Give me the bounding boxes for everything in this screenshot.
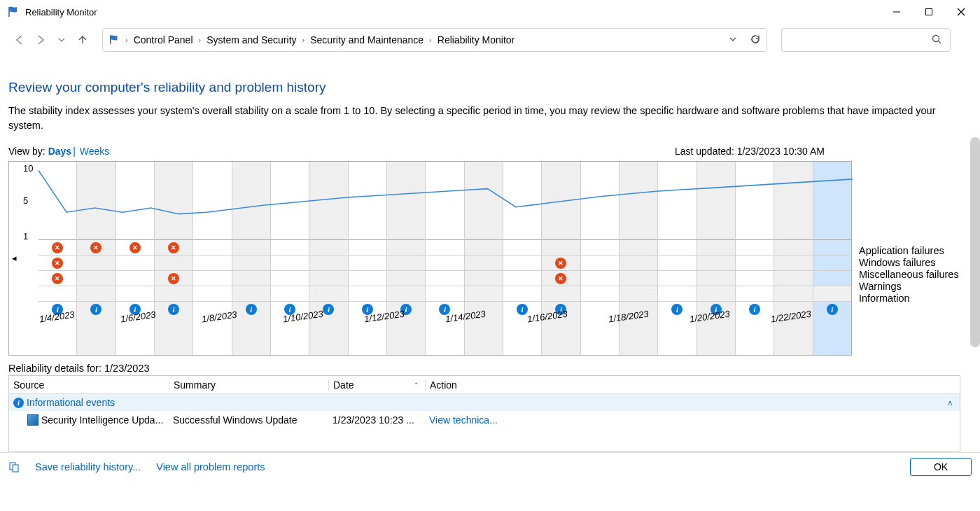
breadcrumb-item[interactable]: Security and Maintenance: [310, 34, 424, 46]
group-label: Informational events: [27, 397, 115, 408]
save-history-link[interactable]: Save reliability history...: [35, 461, 141, 472]
error-icon: [130, 242, 141, 253]
details-label: Reliability details for: 1/23/2023: [8, 363, 972, 374]
save-icon: [8, 461, 20, 472]
col-source[interactable]: Source: [9, 379, 169, 391]
cell-action-link[interactable]: View technica...: [425, 414, 498, 426]
error-icon: [90, 242, 102, 253]
chevron-right-icon: ›: [428, 36, 433, 44]
error-icon: [52, 258, 63, 269]
maximize-button[interactable]: [913, 1, 945, 23]
col-action[interactable]: Action: [425, 379, 960, 391]
row-label-warnings: Warnings: [859, 281, 959, 292]
error-icon: [168, 273, 179, 284]
ytick: 10: [23, 163, 37, 170]
cell-source: Security Intelligence Upda...: [41, 414, 163, 426]
nav-back-button[interactable]: [13, 33, 27, 47]
row-label-misc-failures: Miscellaneous failures: [859, 269, 959, 280]
breadcrumb-item[interactable]: Control Panel: [134, 34, 193, 46]
row-label-win-failures: Windows failures: [859, 257, 959, 268]
chevron-right-icon: ›: [301, 36, 307, 44]
page-title: Review your computer's reliability and p…: [8, 80, 972, 95]
cell-summary: Successful Windows Update: [169, 414, 328, 426]
table-header: Source Summary Date⌃ Action: [9, 376, 960, 394]
footer: Save reliability history... View all pro…: [0, 452, 980, 480]
sort-asc-icon: ⌃: [414, 382, 419, 388]
nav-row: › Control Panel › System and Security › …: [0, 27, 980, 53]
breadcrumb-item[interactable]: Reliability Monitor: [438, 34, 514, 46]
table-row[interactable]: Security Intelligence Upda... Successful…: [9, 411, 960, 429]
scroll-left-icon[interactable]: ◂: [12, 253, 17, 263]
col-summary[interactable]: Summary: [169, 379, 328, 391]
titlebar: Reliability Monitor: [0, 0, 980, 24]
group-row-informational[interactable]: Informational events ʌ: [9, 394, 960, 411]
nav-recent-button[interactable]: [55, 33, 69, 47]
chevron-right-icon: ›: [124, 36, 130, 44]
error-icon: [168, 242, 179, 253]
update-icon: [27, 414, 38, 426]
svg-rect-7: [13, 465, 18, 472]
viewby-weeks-link[interactable]: Weeks: [80, 146, 110, 157]
view-all-reports-link[interactable]: View all problem reports: [156, 461, 265, 472]
nav-up-button[interactable]: [76, 33, 90, 47]
ytick: 1: [23, 231, 37, 241]
chevron-down-icon[interactable]: [729, 34, 737, 46]
chevron-right-icon: ›: [197, 36, 203, 44]
ok-button[interactable]: OK: [910, 458, 972, 476]
svg-rect-1: [926, 9, 932, 15]
error-icon: [52, 273, 63, 284]
row-label-information: Information: [859, 293, 959, 304]
last-updated-label: Last updated: 1/23/2023 10:30 AM: [675, 146, 825, 157]
svg-point-4: [933, 35, 939, 41]
reliability-chart[interactable]: 10 5 1 ◂ ▸ 1/4/20231/6/20231/8/20231/10/…: [8, 161, 852, 356]
row-label-app-failures: Application failures: [859, 245, 959, 256]
close-button[interactable]: [945, 1, 977, 23]
details-table: Source Summary Date⌃ Action Informationa…: [8, 375, 960, 452]
breadcrumb-item[interactable]: System and Security: [206, 34, 296, 46]
window-title: Reliability Monitor: [25, 7, 97, 18]
search-icon: [932, 34, 941, 46]
info-icon: [13, 398, 24, 408]
viewby-label: View by:: [8, 146, 46, 157]
cell-date: 1/23/2023 10:23 ...: [328, 414, 425, 426]
refresh-icon[interactable]: [750, 34, 761, 47]
minimize-button[interactable]: [881, 1, 913, 23]
svg-line-5: [939, 41, 941, 43]
scrollbar[interactable]: [970, 137, 980, 347]
page-description: The stability index assesses your system…: [8, 104, 960, 133]
error-icon: [555, 258, 566, 269]
viewby-days-link[interactable]: Days: [48, 146, 71, 157]
col-date[interactable]: Date⌃: [328, 379, 425, 391]
error-icon: [52, 242, 63, 253]
separator: |: [73, 146, 76, 157]
search-input[interactable]: [781, 28, 951, 52]
address-bar[interactable]: › Control Panel › System and Security › …: [102, 28, 767, 52]
ytick: 5: [23, 195, 37, 206]
nav-forward-button[interactable]: [34, 33, 48, 47]
flag-icon: [108, 34, 120, 46]
flag-icon: [7, 6, 20, 18]
error-icon: [555, 273, 566, 284]
chevron-up-icon: ʌ: [948, 398, 953, 407]
